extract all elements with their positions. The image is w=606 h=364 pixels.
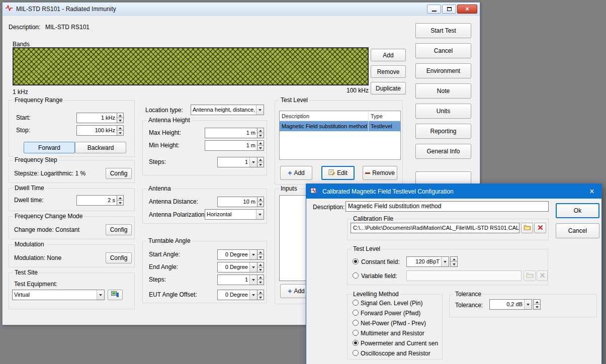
spinner-up-button[interactable] [257, 197, 264, 202]
dialog-close-button[interactable]: × [582, 184, 601, 199]
levelling-radio-multimeter[interactable] [353, 330, 359, 336]
spinner-up-button[interactable] [257, 262, 264, 267]
add-test-level-button[interactable]: +Add [280, 166, 312, 180]
bands-duplicate-button[interactable]: Duplicate [371, 82, 406, 95]
bands-remove-button[interactable]: Remove [371, 65, 406, 78]
spinner-down-button[interactable] [451, 261, 457, 266]
spinner-down-button[interactable] [117, 118, 123, 123]
backward-button[interactable]: Backward [75, 142, 126, 153]
dropdown-arrow-icon[interactable] [256, 105, 264, 115]
eut-angle-offset-input[interactable]: 0 Degree [217, 290, 264, 300]
forward-button[interactable]: Forward [24, 142, 75, 153]
start-test-button[interactable]: Start Test [415, 23, 471, 38]
reporting-button[interactable]: Reporting [415, 124, 471, 139]
bands-add-button[interactable]: Add [371, 49, 406, 61]
turntable-steps-input[interactable]: 1 [217, 275, 264, 285]
tolerance-spinner[interactable] [533, 299, 541, 310]
spinner-down-button[interactable] [117, 130, 123, 135]
antenna-distance-input[interactable]: 10 m [217, 197, 264, 207]
test-equipment-select[interactable]: Virtual [12, 290, 105, 300]
spinner[interactable] [257, 157, 264, 167]
spinner-down-button[interactable] [117, 200, 123, 205]
spinner-up-button[interactable] [257, 157, 264, 162]
start-angle-input[interactable]: 0 Degree [217, 249, 264, 260]
spinner[interactable] [257, 141, 264, 150]
dropdown-arrow-icon[interactable] [249, 262, 257, 272]
spinner[interactable] [117, 196, 123, 205]
dropdown-arrow-icon[interactable] [249, 157, 257, 167]
minimize-button[interactable] [427, 5, 441, 14]
levelling-radio-powermeter[interactable] [353, 340, 359, 346]
spinner[interactable] [257, 250, 264, 259]
close-button[interactable]: × [457, 5, 477, 14]
levelling-radio-net-power[interactable] [353, 320, 359, 326]
dialog-description-input[interactable]: Magnetic Field substitution method [345, 201, 549, 212]
spinner-up-button[interactable] [117, 126, 123, 130]
spinner-down-button[interactable] [257, 145, 264, 150]
max-height-input[interactable]: 1 m [205, 128, 264, 138]
remove-test-level-button[interactable]: Remove [363, 166, 397, 180]
min-height-input[interactable]: 1 m [205, 140, 264, 151]
dropdown-arrow-icon[interactable] [249, 275, 257, 285]
stop-input[interactable]: 100 kHz [76, 125, 124, 136]
maximize-button[interactable] [442, 5, 456, 14]
spinner-up-button[interactable] [117, 113, 123, 118]
spinner-down-button[interactable] [257, 254, 264, 259]
levelling-radio-oscilloscope[interactable] [353, 350, 359, 356]
spinner[interactable] [257, 290, 264, 300]
spinner-up-button[interactable] [117, 196, 123, 200]
frequency-step-config-button[interactable]: Config [106, 168, 132, 179]
table-header[interactable]: Description Type [280, 111, 400, 121]
antenna-polarization-select[interactable]: Horizontal [205, 209, 264, 220]
spinner-down-button[interactable] [257, 280, 264, 285]
spinner-up-button[interactable] [534, 300, 540, 304]
location-type-select[interactable]: Antenna height, distance, [191, 105, 264, 115]
spinner[interactable] [257, 275, 264, 285]
bands-bar[interactable] [13, 47, 369, 85]
spinner-down-button[interactable] [257, 202, 264, 207]
spinner-up-button[interactable] [451, 257, 457, 261]
spinner-down-button[interactable] [257, 133, 264, 138]
spinner-down-button[interactable] [257, 162, 264, 167]
browse-calibration-button[interactable] [521, 223, 533, 233]
main-titlebar[interactable]: MIL-STD RS101 - Radiated Immunity × [3, 3, 480, 16]
levelling-radio-signal-gen[interactable] [353, 300, 359, 306]
ok-button[interactable]: Ok [556, 203, 599, 218]
dropdown-arrow-icon[interactable] [249, 290, 257, 300]
spinner-up-button[interactable] [257, 250, 264, 254]
end-angle-input[interactable]: 0 Degree [217, 262, 264, 272]
environment-button[interactable]: Environment [415, 63, 471, 78]
spinner[interactable] [117, 113, 123, 123]
spinner[interactable] [257, 262, 264, 272]
spinner-down-button[interactable] [257, 295, 264, 300]
spinner[interactable] [117, 126, 123, 135]
antenna-steps-input[interactable]: 1 [217, 157, 264, 167]
spinner-up-button[interactable] [257, 290, 264, 295]
constant-field-value-select[interactable]: 120 dBpT [406, 256, 449, 267]
dropdown-arrow-icon[interactable] [97, 290, 104, 300]
spinner-up-button[interactable] [257, 141, 264, 145]
dropdown-arrow-icon[interactable] [441, 257, 449, 266]
modulation-config-button[interactable]: Config [106, 252, 132, 263]
dwell-time-input[interactable]: 2 s [76, 195, 124, 206]
general-info-button[interactable]: General Info [415, 144, 471, 159]
spinner-down-button[interactable] [534, 304, 540, 309]
dropdown-arrow-icon[interactable] [249, 250, 257, 259]
variable-field-radio[interactable] [353, 272, 359, 279]
equipment-settings-button[interactable] [108, 290, 123, 300]
start-input[interactable]: 1 kHz [76, 113, 124, 123]
table-row[interactable]: Magnetic Field substitution method Testl… [280, 121, 400, 131]
spinner-down-button[interactable] [257, 267, 264, 272]
test-level-table[interactable]: Description Type Magnetic Field substitu… [279, 111, 401, 160]
constant-field-spinner[interactable] [450, 256, 458, 267]
spinner[interactable] [257, 128, 264, 138]
cancel-button[interactable]: Cancel [415, 43, 471, 58]
units-button[interactable]: Units [415, 104, 471, 119]
note-button[interactable]: Note [415, 83, 471, 99]
change-mode-config-button[interactable]: Config [106, 224, 132, 235]
edit-test-level-button[interactable]: Edit [321, 166, 355, 180]
constant-field-radio[interactable] [353, 258, 359, 264]
dropdown-arrow-icon[interactable] [524, 300, 532, 309]
spinner[interactable] [257, 197, 264, 207]
dialog-titlebar[interactable]: Calibrated Magnetic Field Testlevel Conf… [306, 184, 601, 199]
